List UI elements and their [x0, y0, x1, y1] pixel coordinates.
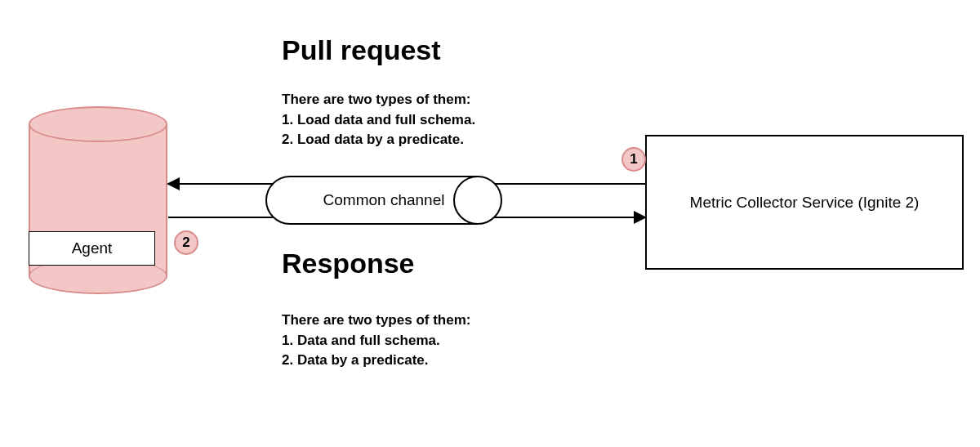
response-description: There are two types of them: 1. Data and…: [282, 311, 470, 371]
agent-label: Agent: [72, 239, 113, 257]
channel-label: Common channel: [323, 191, 445, 209]
pull-request-title: Pull request: [282, 34, 441, 66]
pull-request-description: There are two types of them: 1. Load dat…: [282, 90, 475, 150]
common-channel: Common channel: [265, 176, 502, 225]
badge-1: 1: [621, 147, 646, 172]
channel-body: Common channel: [290, 176, 478, 225]
response-title: Response: [282, 248, 415, 279]
pull-desc-item-2: 2. Load data by a predicate.: [282, 130, 475, 150]
agent-cylinder: [29, 106, 167, 294]
pull-desc-item-1: 1. Load data and full schema.: [282, 110, 475, 131]
badge-1-label: 1: [630, 151, 637, 168]
service-label: Metric Collector Service (Ignite 2): [690, 194, 920, 212]
cylinder-top: [29, 106, 167, 142]
service-box: Metric Collector Service (Ignite 2): [645, 135, 964, 270]
response-desc-item-1: 1. Data and full schema.: [282, 331, 470, 351]
badge-2-label: 2: [182, 235, 189, 251]
channel-cap-right: [453, 176, 502, 225]
response-desc-intro: There are two types of them:: [282, 311, 470, 331]
badge-2: 2: [174, 230, 198, 255]
agent-box: Agent: [29, 231, 155, 266]
response-desc-item-2: 2. Data by a predicate.: [282, 351, 470, 371]
pull-desc-intro: There are two types of them:: [282, 90, 475, 110]
